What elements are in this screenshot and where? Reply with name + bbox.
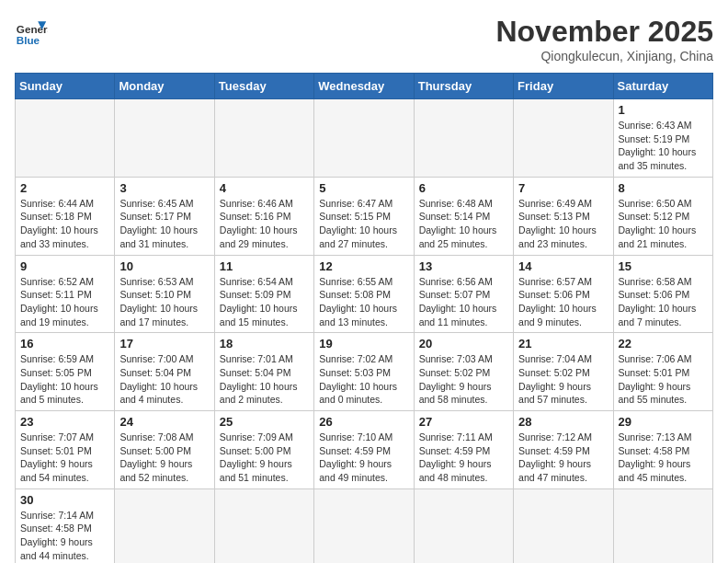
- logo: General Blue: [15, 15, 48, 48]
- day-info: Sunrise: 7:08 AM Sunset: 5:00 PM Dayligh…: [119, 431, 209, 485]
- calendar-cell: 25Sunrise: 7:09 AM Sunset: 5:00 PM Dayli…: [214, 411, 313, 489]
- day-number: 14: [518, 259, 608, 273]
- day-info: Sunrise: 7:00 AM Sunset: 5:04 PM Dayligh…: [119, 352, 209, 407]
- calendar-cell: 29Sunrise: 7:13 AM Sunset: 4:58 PM Dayli…: [613, 411, 712, 489]
- calendar-cell: [314, 99, 414, 178]
- month-title: November 2025: [495, 15, 713, 49]
- weekday-header: Tuesday: [214, 74, 313, 99]
- day-number: 20: [419, 337, 508, 350]
- day-number: 30: [20, 493, 109, 507]
- calendar-cell: 16Sunrise: 6:59 AM Sunset: 5:05 PM Dayli…: [16, 333, 115, 411]
- weekday-header: Wednesday: [314, 74, 414, 99]
- calendar-cell: [514, 99, 613, 178]
- calendar-cell: 12Sunrise: 6:55 AM Sunset: 5:08 PM Dayli…: [314, 255, 414, 333]
- day-number: 11: [220, 259, 309, 273]
- day-info: Sunrise: 6:48 AM Sunset: 5:14 PM Dayligh…: [419, 197, 508, 251]
- header: General Blue November 2025 Qiongkulecun,…: [15, 15, 713, 63]
- day-number: 15: [619, 259, 708, 273]
- day-number: 21: [518, 337, 608, 350]
- day-info: Sunrise: 6:43 AM Sunset: 5:19 PM Dayligh…: [619, 119, 708, 173]
- day-number: 4: [220, 181, 309, 195]
- calendar-cell: 27Sunrise: 7:11 AM Sunset: 4:59 PM Dayli…: [414, 411, 513, 489]
- calendar-cell: 15Sunrise: 6:58 AM Sunset: 5:06 PM Dayli…: [613, 255, 712, 333]
- calendar-cell: 24Sunrise: 7:08 AM Sunset: 5:00 PM Dayli…: [115, 411, 214, 489]
- day-info: Sunrise: 6:59 AM Sunset: 5:05 PM Dayligh…: [20, 352, 109, 407]
- calendar-cell: 14Sunrise: 6:57 AM Sunset: 5:06 PM Dayli…: [514, 255, 613, 333]
- day-number: 13: [419, 259, 508, 273]
- day-number: 28: [518, 415, 608, 429]
- day-info: Sunrise: 7:14 AM Sunset: 4:58 PM Dayligh…: [20, 509, 109, 563]
- day-info: Sunrise: 6:53 AM Sunset: 5:10 PM Dayligh…: [119, 275, 209, 329]
- day-info: Sunrise: 7:13 AM Sunset: 4:58 PM Dayligh…: [619, 431, 708, 485]
- day-info: Sunrise: 6:46 AM Sunset: 5:16 PM Dayligh…: [220, 197, 309, 251]
- calendar-body: 1Sunrise: 6:43 AM Sunset: 5:19 PM Daylig…: [16, 99, 713, 564]
- calendar-cell: 3Sunrise: 6:45 AM Sunset: 5:17 PM Daylig…: [115, 177, 214, 255]
- weekday-header: Sunday: [16, 74, 115, 99]
- calendar-header: SundayMondayTuesdayWednesdayThursdayFrid…: [16, 74, 713, 99]
- calendar-cell: 28Sunrise: 7:12 AM Sunset: 4:59 PM Dayli…: [514, 411, 613, 489]
- title-area: November 2025 Qiongkulecun, Xinjiang, Ch…: [495, 15, 713, 63]
- calendar-cell: 4Sunrise: 6:46 AM Sunset: 5:16 PM Daylig…: [214, 177, 313, 255]
- day-number: 3: [119, 181, 209, 195]
- day-info: Sunrise: 6:56 AM Sunset: 5:07 PM Dayligh…: [419, 275, 508, 329]
- weekday-row: SundayMondayTuesdayWednesdayThursdayFrid…: [16, 74, 713, 99]
- day-info: Sunrise: 7:10 AM Sunset: 4:59 PM Dayligh…: [319, 431, 408, 485]
- day-number: 18: [220, 337, 309, 350]
- day-info: Sunrise: 6:54 AM Sunset: 5:09 PM Dayligh…: [220, 275, 309, 329]
- day-info: Sunrise: 7:07 AM Sunset: 5:01 PM Dayligh…: [20, 431, 109, 485]
- day-info: Sunrise: 6:57 AM Sunset: 5:06 PM Dayligh…: [518, 275, 608, 329]
- day-info: Sunrise: 6:50 AM Sunset: 5:12 PM Dayligh…: [619, 197, 708, 251]
- calendar-week-row: 9Sunrise: 6:52 AM Sunset: 5:11 PM Daylig…: [16, 255, 713, 333]
- calendar-cell: 30Sunrise: 7:14 AM Sunset: 4:58 PM Dayli…: [16, 488, 115, 563]
- day-number: 22: [619, 337, 708, 350]
- day-number: 24: [119, 415, 209, 429]
- day-number: 2: [20, 181, 109, 195]
- calendar-cell: 10Sunrise: 6:53 AM Sunset: 5:10 PM Dayli…: [115, 255, 214, 333]
- day-number: 8: [619, 181, 708, 195]
- calendar-week-row: 16Sunrise: 6:59 AM Sunset: 5:05 PM Dayli…: [16, 333, 713, 411]
- calendar-cell: 9Sunrise: 6:52 AM Sunset: 5:11 PM Daylig…: [16, 255, 115, 333]
- calendar-cell: [314, 488, 414, 563]
- day-number: 6: [419, 181, 508, 195]
- day-number: 26: [319, 415, 408, 429]
- day-number: 16: [20, 337, 109, 350]
- day-number: 25: [220, 415, 309, 429]
- day-number: 19: [319, 337, 408, 350]
- svg-text:Blue: Blue: [17, 34, 40, 46]
- calendar-cell: [214, 488, 313, 563]
- calendar-cell: 26Sunrise: 7:10 AM Sunset: 4:59 PM Dayli…: [314, 411, 414, 489]
- calendar-cell: [613, 488, 712, 563]
- calendar-cell: 22Sunrise: 7:06 AM Sunset: 5:01 PM Dayli…: [613, 333, 712, 411]
- calendar-cell: 11Sunrise: 6:54 AM Sunset: 5:09 PM Dayli…: [214, 255, 313, 333]
- calendar-cell: 6Sunrise: 6:48 AM Sunset: 5:14 PM Daylig…: [414, 177, 513, 255]
- day-info: Sunrise: 6:55 AM Sunset: 5:08 PM Dayligh…: [319, 275, 408, 329]
- calendar-cell: [414, 488, 513, 563]
- calendar-cell: [16, 99, 115, 178]
- location: Qiongkulecun, Xinjiang, China: [495, 49, 713, 63]
- day-number: 17: [119, 337, 209, 350]
- calendar-cell: 7Sunrise: 6:49 AM Sunset: 5:13 PM Daylig…: [514, 177, 613, 255]
- calendar-week-row: 1Sunrise: 6:43 AM Sunset: 5:19 PM Daylig…: [16, 99, 713, 178]
- calendar-cell: 17Sunrise: 7:00 AM Sunset: 5:04 PM Dayli…: [115, 333, 214, 411]
- calendar-cell: [214, 99, 313, 178]
- calendar-cell: 18Sunrise: 7:01 AM Sunset: 5:04 PM Dayli…: [214, 333, 313, 411]
- day-number: 1: [619, 103, 708, 117]
- calendar-cell: 2Sunrise: 6:44 AM Sunset: 5:18 PM Daylig…: [16, 177, 115, 255]
- day-number: 10: [119, 259, 209, 273]
- weekday-header: Friday: [514, 74, 613, 99]
- calendar-cell: 21Sunrise: 7:04 AM Sunset: 5:02 PM Dayli…: [514, 333, 613, 411]
- calendar: SundayMondayTuesdayWednesdayThursdayFrid…: [15, 73, 713, 563]
- calendar-cell: [414, 99, 513, 178]
- day-info: Sunrise: 6:45 AM Sunset: 5:17 PM Dayligh…: [119, 197, 209, 251]
- calendar-cell: [115, 99, 214, 178]
- calendar-cell: [514, 488, 613, 563]
- day-info: Sunrise: 6:58 AM Sunset: 5:06 PM Dayligh…: [619, 275, 708, 329]
- day-info: Sunrise: 7:01 AM Sunset: 5:04 PM Dayligh…: [220, 352, 309, 407]
- day-info: Sunrise: 7:11 AM Sunset: 4:59 PM Dayligh…: [419, 431, 508, 485]
- weekday-header: Saturday: [613, 74, 712, 99]
- day-info: Sunrise: 7:04 AM Sunset: 5:02 PM Dayligh…: [518, 352, 608, 407]
- calendar-cell: 5Sunrise: 6:47 AM Sunset: 5:15 PM Daylig…: [314, 177, 414, 255]
- day-info: Sunrise: 7:03 AM Sunset: 5:02 PM Dayligh…: [419, 352, 508, 407]
- day-number: 5: [319, 181, 408, 195]
- weekday-header: Monday: [115, 74, 214, 99]
